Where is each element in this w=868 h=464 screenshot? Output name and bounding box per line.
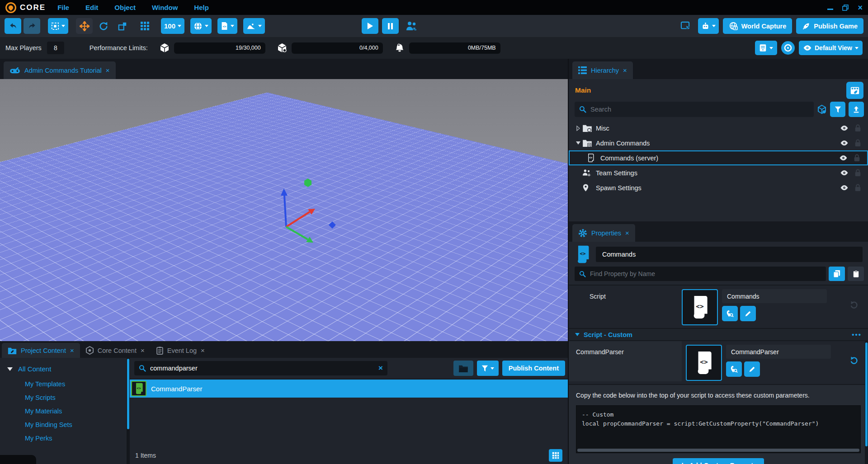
redo-button[interactable]	[24, 18, 40, 34]
hierarchy-search-box[interactable]	[575, 102, 814, 117]
expanded-caret-icon[interactable]	[574, 141, 582, 145]
lock-toggle-icon[interactable]	[851, 124, 864, 132]
hierarchy-row-admin-commands[interactable]: Admin Commands	[569, 136, 868, 150]
content-search-input[interactable]	[150, 365, 374, 372]
sidebar-scrollbar[interactable]	[127, 358, 130, 464]
multiplayer-preview-button[interactable]	[402, 18, 420, 34]
menu-file[interactable]: File	[57, 4, 69, 11]
hierarchy-export-button[interactable]	[849, 102, 864, 117]
paste-properties-button[interactable]	[848, 267, 864, 281]
default-view-dropdown[interactable]: Default View	[799, 41, 863, 55]
object-name-input[interactable]	[596, 251, 863, 258]
target-button[interactable]	[781, 41, 795, 55]
add-custom-property-button[interactable]: + Add Custom Property	[673, 458, 764, 464]
sidebar-item-my-templates[interactable]: My Templates	[0, 377, 127, 391]
rotate-tool-button[interactable]	[95, 18, 112, 34]
tab-properties[interactable]: Properties ×	[572, 224, 635, 242]
publish-game-button[interactable]: Publish Game	[796, 18, 863, 34]
max-players-value[interactable]: 8	[47, 42, 64, 54]
hierarchy-row-commands-server[interactable]: <> Commands (server)	[569, 150, 868, 165]
world-settings-dropdown[interactable]	[190, 18, 212, 34]
horizontal-scrollbar[interactable]	[577, 449, 859, 452]
transform-gizmo[interactable]	[271, 169, 353, 260]
find-asset-button[interactable]	[726, 361, 742, 377]
script-custom-section-header[interactable]: Script - Custom •••	[569, 328, 868, 340]
tab-scene-viewport[interactable]: Admin Commands Tutorial ×	[4, 61, 116, 79]
terrain-dropdown[interactable]	[243, 18, 265, 34]
reset-custom-property-icon[interactable]	[850, 356, 858, 365]
lock-toggle-icon[interactable]	[851, 169, 864, 177]
visibility-toggle-icon[interactable]	[837, 185, 851, 191]
object-name-field[interactable]	[596, 247, 863, 262]
scene-capture-button[interactable]	[846, 82, 863, 99]
play-button[interactable]	[362, 18, 378, 34]
find-script-in-scene-button[interactable]	[722, 306, 738, 321]
copy-properties-button[interactable]	[829, 267, 845, 281]
close-icon[interactable]: ×	[858, 4, 863, 12]
close-icon[interactable]: ×	[141, 347, 145, 354]
tab-project-content[interactable]: Project Content ×	[2, 343, 80, 358]
visibility-toggle-icon[interactable]	[836, 155, 850, 161]
menu-help[interactable]: Help	[194, 4, 209, 11]
close-icon[interactable]: ×	[201, 347, 205, 354]
property-search-input[interactable]	[590, 270, 821, 277]
custom-script-thumbnail[interactable]: <>	[686, 345, 722, 381]
lock-toggle-icon[interactable]	[851, 184, 864, 192]
script-asset-thumbnail[interactable]: <>	[682, 289, 718, 325]
visibility-toggle-icon[interactable]	[837, 125, 851, 131]
screen-share-button[interactable]	[677, 18, 694, 34]
hierarchy-row-spawn-settings[interactable]: Spawn Settings	[569, 180, 868, 195]
code-snippet[interactable]: -- Custom local propCommandParser = scri…	[576, 405, 861, 453]
grid-view-button[interactable]	[549, 449, 562, 462]
select-tool-dropdown[interactable]	[48, 18, 68, 34]
menu-edit[interactable]: Edit	[85, 4, 98, 11]
sidebar-item-all-content[interactable]: All Content	[0, 361, 127, 377]
script-dropdown[interactable]: <>	[217, 18, 237, 34]
minimize-icon[interactable]	[827, 4, 833, 12]
move-tool-button[interactable]	[76, 18, 93, 34]
edit-script-button[interactable]	[740, 306, 756, 321]
snap-grid-button[interactable]	[137, 18, 153, 34]
properties-scrollbar[interactable]	[865, 341, 868, 464]
menu-object[interactable]: Object	[114, 4, 136, 11]
undo-button[interactable]	[5, 18, 21, 34]
property-search-box[interactable]	[575, 267, 826, 281]
sidebar-item-my-materials[interactable]: My Materials	[0, 404, 127, 418]
visibility-toggle-icon[interactable]	[837, 170, 851, 176]
sidebar-item-my-perks[interactable]: My Perks	[0, 431, 127, 445]
tab-hierarchy[interactable]: Hierarchy ×	[572, 61, 633, 79]
clear-search-icon[interactable]: ×	[378, 364, 383, 373]
collapsed-caret-icon[interactable]	[574, 126, 582, 131]
hierarchy-row-misc[interactable]: Misc	[569, 121, 868, 136]
grid-size-dropdown[interactable]: 100	[161, 18, 184, 34]
world-capture-button[interactable]: World Capture	[723, 18, 793, 34]
close-icon[interactable]: ×	[625, 229, 629, 237]
sidebar-item-my-binding-sets[interactable]: My Binding Sets	[0, 418, 127, 431]
save-dropdown[interactable]	[755, 41, 777, 55]
sidebar-item-my-scripts[interactable]: My Scripts	[0, 391, 127, 404]
reset-script-icon[interactable]	[850, 301, 858, 309]
content-item-commandparser[interactable]: <> CommandParser	[130, 380, 568, 398]
hierarchy-row-team-settings[interactable]: Team Settings	[569, 165, 868, 180]
close-icon[interactable]: ×	[106, 66, 110, 74]
close-icon[interactable]: ×	[70, 347, 74, 354]
close-icon[interactable]: ×	[623, 66, 627, 74]
filter-dropdown[interactable]	[477, 361, 499, 376]
menu-window[interactable]: Window	[152, 4, 178, 11]
open-folder-button[interactable]	[453, 361, 473, 376]
visibility-toggle-icon[interactable]	[837, 140, 851, 146]
tab-event-log[interactable]: Event Log ×	[151, 343, 211, 358]
section-menu-icon[interactable]: •••	[852, 331, 862, 338]
pause-button[interactable]	[382, 18, 399, 34]
content-search-box[interactable]: ×	[134, 361, 387, 375]
edit-asset-button[interactable]	[744, 361, 760, 377]
lock-toggle-icon[interactable]	[851, 139, 864, 147]
hierarchy-search-input[interactable]	[590, 106, 809, 113]
script-value-field[interactable]: Commands	[722, 289, 827, 303]
lock-toggle-icon[interactable]	[850, 154, 863, 162]
scene-viewport[interactable]	[0, 79, 568, 341]
custom-property-value-field[interactable]: CommandParser	[726, 345, 831, 359]
publish-content-button[interactable]: Publish Content	[502, 361, 565, 376]
tab-core-content[interactable]: Core Content ×	[80, 343, 151, 358]
restore-icon[interactable]	[842, 5, 849, 11]
